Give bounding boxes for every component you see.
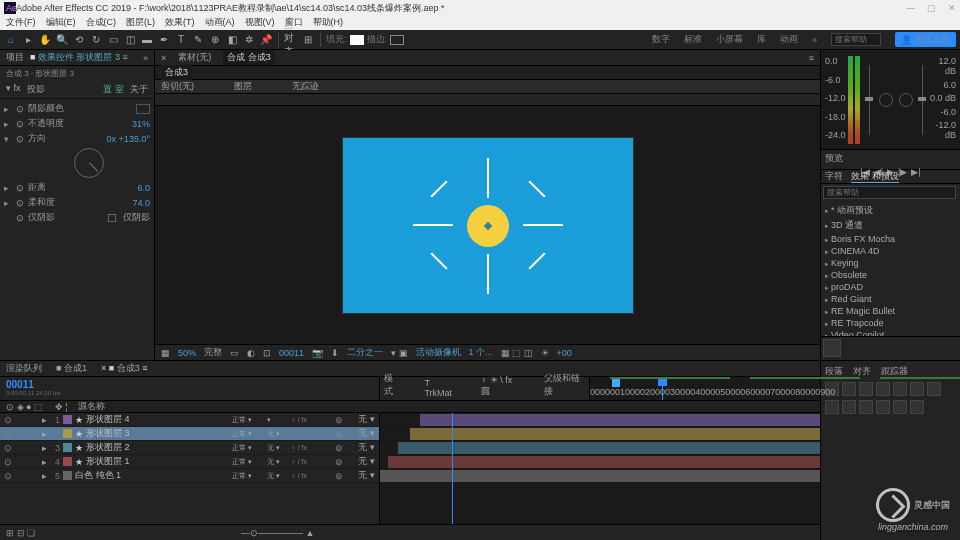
- effects-list[interactable]: * 动画预设 3D 通道 Boris FX Mocha CINEMA 4D Ke…: [821, 201, 960, 336]
- res-dropdown[interactable]: 完整: [204, 346, 222, 359]
- stopwatch-icon[interactable]: ⊙: [16, 183, 24, 193]
- color-swatch[interactable]: [136, 104, 150, 114]
- layer-row[interactable]: ⊙▸3★形状图层 2正常 ▾无 ▾♀ / fx⊚无 ▾: [0, 441, 379, 455]
- effect-controls-tab[interactable]: ■ 效果控件 形状图层 3 ≡: [30, 51, 128, 64]
- tab-comp1[interactable]: ■ 合成1: [56, 362, 87, 375]
- switches[interactable]: ♀ / fx: [290, 444, 332, 451]
- layer-bar[interactable]: [398, 442, 820, 454]
- label-swatch[interactable]: [63, 429, 72, 438]
- val-direction[interactable]: 0x +135.0°: [100, 134, 150, 144]
- layer-bar[interactable]: [410, 428, 820, 440]
- menu-edit[interactable]: 编辑(E): [46, 16, 76, 30]
- cat-item[interactable]: Video Copilot: [825, 329, 956, 336]
- level-knob-l[interactable]: [879, 93, 893, 107]
- align-center-icon[interactable]: [842, 382, 856, 396]
- align-middle-icon[interactable]: [910, 382, 924, 396]
- view-opts-icon[interactable]: ▦ ⬚ ◫: [501, 348, 533, 358]
- selection-tool-icon[interactable]: ▸: [21, 33, 35, 47]
- close-icon[interactable]: ✕: [948, 3, 956, 13]
- ws-standard[interactable]: 标准: [684, 33, 702, 46]
- twirl-icon[interactable]: ▸: [42, 415, 47, 425]
- fx-about[interactable]: 关于: [130, 83, 148, 96]
- layer-name[interactable]: 形状图层 1: [86, 455, 229, 468]
- layer-bar[interactable]: [380, 470, 820, 482]
- level-slider[interactable]: [869, 65, 870, 135]
- parent-link[interactable]: 无 ▾: [358, 427, 375, 440]
- indent-icon[interactable]: [825, 400, 839, 414]
- snap-icon[interactable]: ☐ 对齐: [284, 33, 298, 47]
- parent-pick-icon[interactable]: ⊚: [335, 443, 355, 453]
- ws-default[interactable]: 数字: [652, 33, 670, 46]
- alpha-icon[interactable]: ◐: [247, 348, 255, 358]
- safe-icon[interactable]: ⊡: [263, 348, 271, 358]
- viewport[interactable]: [155, 106, 820, 344]
- tab-comp3[interactable]: × ■ 合成3 ≡: [101, 362, 147, 375]
- indent-icon[interactable]: [876, 400, 890, 414]
- tab-render-queue[interactable]: 渲染队列: [6, 362, 42, 375]
- menu-view[interactable]: 视图(V): [245, 16, 275, 30]
- tab-comp[interactable]: 合成 合成3: [223, 50, 275, 65]
- indent-icon[interactable]: [859, 400, 873, 414]
- layer-row[interactable]: ⊙▸2★形状图层 3正常 ▾无 ▾♀ / fx⊚无 ▾: [0, 427, 379, 441]
- layer-bar[interactable]: [420, 414, 820, 426]
- stopwatch-icon[interactable]: ⊙: [16, 213, 24, 223]
- cat-item[interactable]: Boris FX Mocha: [825, 233, 956, 245]
- cat-item[interactable]: RE Trapcode: [825, 317, 956, 329]
- snap-opt-icon[interactable]: ⊞: [301, 33, 315, 47]
- trkmat[interactable]: 无 ▾: [267, 457, 287, 467]
- timeline-ruler[interactable]: 0000001000020000300004000050000600007000…: [590, 377, 820, 400]
- cat-item[interactable]: proDAD: [825, 281, 956, 293]
- project-tab[interactable]: 项目: [6, 51, 24, 64]
- trkmat[interactable]: 无 ▾: [267, 429, 287, 439]
- level-slider[interactable]: [922, 65, 923, 135]
- cat-item[interactable]: * 动画预设: [825, 203, 956, 218]
- menu-layer[interactable]: 图层(L): [126, 16, 155, 30]
- workarea-start[interactable]: [612, 379, 620, 387]
- switches[interactable]: ♀ / fx: [290, 430, 332, 437]
- indent-icon[interactable]: [842, 400, 856, 414]
- cat-item[interactable]: Red Giant: [825, 293, 956, 305]
- layer-row[interactable]: ⊙▸5白色 纯色 1正常 ▾无 ▾♀ / fx⊚无 ▾: [0, 469, 379, 483]
- zoom-tool-icon[interactable]: 🔍: [55, 33, 69, 47]
- roto-tool-icon[interactable]: ✲: [242, 33, 256, 47]
- bin-icon[interactable]: [823, 339, 841, 357]
- cat-item[interactable]: Obsolete: [825, 269, 956, 281]
- visibility-icon[interactable]: ⊙: [4, 415, 14, 425]
- rotate-tool-icon[interactable]: ↻: [89, 33, 103, 47]
- twirl-icon[interactable]: ▸: [42, 429, 47, 439]
- exposure-icon[interactable]: ☀: [541, 348, 549, 358]
- tab-footage[interactable]: 素材(无): [174, 50, 215, 65]
- shadowonly-check[interactable]: [108, 214, 116, 222]
- visibility-icon[interactable]: ⊙: [4, 471, 14, 481]
- visibility-icon[interactable]: ⊙: [4, 443, 14, 453]
- text-tool-icon[interactable]: T: [174, 33, 188, 47]
- val-opacity[interactable]: 31%: [100, 119, 150, 129]
- label-swatch[interactable]: [63, 415, 72, 424]
- mask-icon[interactable]: ▭: [230, 348, 239, 358]
- toggle-switches-icon[interactable]: ⊞ ⊟ ❏: [6, 528, 35, 538]
- fill-swatch[interactable]: [350, 35, 364, 45]
- grid-icon[interactable]: ▦: [161, 348, 170, 358]
- blend-mode[interactable]: 正常 ▾: [232, 415, 264, 425]
- eraser-tool-icon[interactable]: ◧: [225, 33, 239, 47]
- visibility-icon[interactable]: ⊙: [4, 457, 14, 467]
- comp-name[interactable]: 合成3: [161, 65, 192, 80]
- layer-name[interactable]: 形状图层 4: [86, 413, 229, 426]
- timecode[interactable]: 00011: [6, 379, 373, 390]
- stopwatch-icon[interactable]: ⊙: [16, 134, 24, 144]
- val-distance[interactable]: 6.0: [100, 183, 150, 193]
- parent-pick-icon[interactable]: ⊚: [335, 415, 355, 425]
- maximize-icon[interactable]: ▢: [927, 3, 936, 13]
- stopwatch-icon[interactable]: ⊙: [16, 119, 24, 129]
- parent-link[interactable]: 无 ▾: [358, 469, 375, 482]
- menu-anim[interactable]: 动画(A): [205, 16, 235, 30]
- label-swatch[interactable]: [63, 443, 72, 452]
- orbit-tool-icon[interactable]: ⟲: [72, 33, 86, 47]
- visibility-icon[interactable]: ⊙: [4, 429, 14, 439]
- switches[interactable]: ♀ / fx: [290, 416, 332, 423]
- cat-item[interactable]: RE Magic Bullet: [825, 305, 956, 317]
- tab-character[interactable]: 字符: [825, 170, 843, 183]
- level-knob-r[interactable]: [899, 93, 913, 107]
- minimize-icon[interactable]: —: [906, 3, 915, 13]
- pan-behind-icon[interactable]: ◫: [123, 33, 137, 47]
